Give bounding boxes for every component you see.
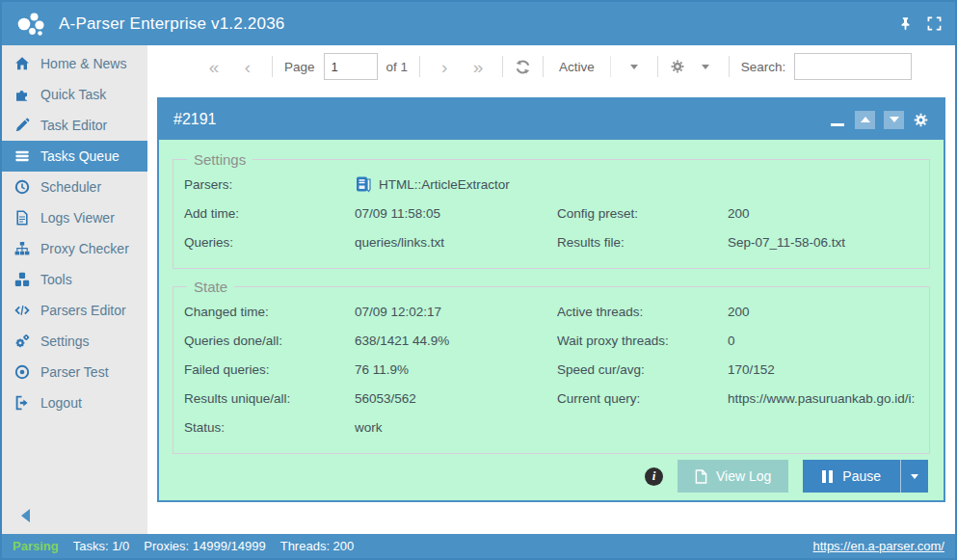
field-value: 638/1421 44.9% (355, 326, 557, 355)
sidebar-item-quick-task[interactable]: Quick Task (2, 79, 147, 110)
sidebar-collapse-icon[interactable] (21, 509, 30, 522)
app-window: A-Parser Enterprise v1.2.2036 Home & New… (0, 0, 957, 560)
fullscreen-icon[interactable] (927, 16, 942, 31)
field-label: Results file: (557, 227, 728, 256)
pause-dropdown-button[interactable] (900, 460, 928, 493)
pause-label: Pause (842, 468, 881, 484)
parsers-value: HTML::ArticleExtractor (379, 177, 510, 192)
page-of-label: of 1 (386, 60, 409, 74)
field-label: Queries: (184, 227, 355, 256)
field-value: Sep-07_11-58-06.txt (728, 227, 918, 256)
clock-icon (14, 179, 30, 195)
chevron-down-icon (890, 117, 899, 122)
sidebar-item-label: Quick Task (40, 87, 106, 102)
app-title: A-Parser Enterprise v1.2.2036 (59, 14, 284, 34)
sidebar-item-label: Tools (40, 272, 72, 287)
field-label: Config preset: (557, 199, 728, 227)
list-icon (14, 148, 30, 164)
pause-icon (822, 470, 833, 483)
field-value: queries/links.txt (355, 227, 557, 256)
toolbar-separator (502, 56, 503, 77)
page-label: Page (284, 60, 315, 74)
field-value: 56053/562 (355, 384, 557, 413)
sidebar-item-parser-test[interactable]: Parser Test (2, 357, 147, 387)
field-value: 0 (728, 326, 918, 355)
puzzle-icon (14, 87, 30, 102)
sidebar-item-tasks-queue[interactable]: Tasks Queue (2, 141, 147, 172)
titlebar: A-Parser Enterprise v1.2.2036 (2, 2, 955, 45)
field-value: work (355, 413, 557, 441)
refresh-icon[interactable] (515, 59, 531, 75)
task-filter-select[interactable]: Active (555, 60, 598, 74)
sidebar-item-tools[interactable]: Tools (2, 264, 147, 295)
toolbar-separator (272, 56, 273, 77)
tasks-count: Tasks: 1/0 (73, 539, 130, 553)
field-label: Speed cur/avg: (557, 355, 728, 384)
last-page-button[interactable]: » (465, 58, 491, 76)
proxies-count: Proxies: 14999/14999 (144, 539, 265, 553)
toolbar-separator (729, 56, 730, 77)
task-filter-dropdown-button[interactable] (623, 61, 646, 73)
sidebar-item-label: Settings (40, 333, 90, 349)
panel-gear-icon[interactable] (913, 112, 929, 128)
gear-dropdown-button[interactable] (694, 61, 717, 73)
task-actions: i View Log Pause (173, 454, 930, 494)
sidebar-item-scheduler[interactable]: Scheduler (2, 172, 147, 202)
sidebar-item-home-news[interactable]: Home & News (2, 48, 147, 79)
info-icon[interactable]: i (645, 467, 663, 486)
pencil-icon (14, 118, 30, 133)
current-query-value: https://www.pasuruankab.go.id/i: (728, 384, 918, 413)
task-panel: #2191 Settings (157, 97, 945, 502)
sidebar-item-label: Proxy Checker (40, 241, 129, 256)
toolbar-separator (419, 56, 420, 77)
sidebar-item-proxy-checker[interactable]: Proxy Checker (2, 233, 147, 264)
sidebar-item-settings[interactable]: Settings (2, 326, 147, 357)
move-down-button[interactable] (884, 111, 904, 129)
sidebar-item-label: Task Editor (40, 118, 107, 133)
field-value: 200 (728, 297, 918, 326)
sidebar-item-task-editor[interactable]: Task Editor (2, 110, 147, 141)
file-text-icon (14, 210, 30, 226)
sitemap-icon (14, 241, 30, 256)
first-page-button[interactable]: « (201, 58, 226, 76)
a-parser-site-link[interactable]: https://en.a-parser.com/ (812, 539, 944, 553)
field-label: Changed time: (184, 297, 355, 326)
parser-book-icon (355, 175, 372, 193)
toolbar-gear-icon[interactable] (670, 59, 685, 74)
page-input[interactable] (324, 53, 378, 80)
sidebar-item-label: Tasks Queue (40, 148, 120, 164)
field-value: 76 11.9% (355, 355, 557, 384)
pin-icon[interactable] (898, 16, 913, 31)
toolbar: « ‹ Page of 1 › » Active (147, 45, 955, 88)
field-label: Active threads: (557, 297, 728, 326)
minimize-icon[interactable] (831, 123, 844, 126)
move-up-button[interactable] (855, 111, 875, 129)
chevron-up-icon (861, 117, 870, 122)
next-page-button[interactable]: › (432, 58, 457, 76)
sidebar-item-logs-viewer[interactable]: Logs Viewer (2, 202, 147, 233)
sidebar-item-label: Home & News (40, 56, 126, 71)
task-panel-header: #2191 (159, 99, 944, 140)
chevron-down-icon (911, 474, 918, 479)
target-icon (14, 364, 30, 380)
sidebar-item-label: Parser Test (40, 364, 109, 380)
search-label: Search: (741, 60, 786, 74)
app-logo-icon (15, 9, 48, 40)
state-legend: State (187, 279, 234, 295)
field-label: Queries done/all: (184, 326, 355, 355)
sidebar: Home & News Quick Task Task Editor Tasks… (2, 45, 147, 534)
parsers-label: Parsers: (184, 170, 355, 199)
sidebar-item-logout[interactable]: Logout (2, 387, 147, 418)
search-input[interactable] (794, 53, 912, 80)
view-log-button[interactable]: View Log (678, 460, 788, 493)
pause-button[interactable]: Pause (803, 460, 928, 493)
field-value: 170/152 (728, 355, 918, 384)
sidebar-item-label: Logout (40, 395, 82, 411)
sidebar-item-parsers-editor[interactable]: Parsers Editor (2, 295, 147, 326)
field-label: Results unique/all: (184, 384, 355, 413)
prev-page-button[interactable]: ‹ (235, 58, 260, 76)
settings-section: Settings Parsers: HTML::ArticleExtractor… (173, 151, 930, 269)
chevron-down-icon (630, 65, 638, 69)
view-log-label: View Log (716, 468, 771, 484)
home-icon (14, 56, 30, 71)
